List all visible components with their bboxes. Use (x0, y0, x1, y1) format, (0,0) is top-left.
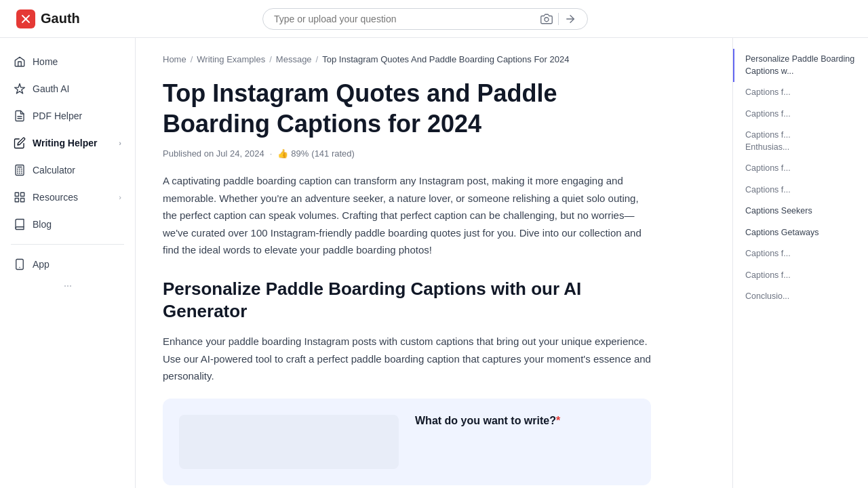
layout: Home Gauth AI PDF Helper Writing Helper (0, 38, 868, 488)
thumb-icon: 👍 (277, 148, 288, 159)
resources-chevron: › (119, 193, 121, 201)
breadcrumb-writing-examples[interactable]: Writing Examples (197, 54, 265, 64)
cta-label: What do you want to write?* (415, 415, 635, 427)
breadcrumb-sep-2: / (269, 54, 272, 64)
sidebar-label-calculator: Calculator (33, 165, 75, 176)
sidebar-label-app: App (33, 259, 50, 270)
sidebar-item-home[interactable]: Home (0, 49, 135, 75)
toc-item-captions-getaways[interactable]: Captions Getaways (733, 222, 868, 244)
svg-point-2 (545, 17, 549, 21)
rating-count: (141 rated) (311, 148, 355, 159)
sidebar-scroll-indicator: ⋯ (0, 279, 135, 293)
publish-date: Published on Jul 24, 2024 (163, 148, 264, 159)
content-inner: Home / Writing Examples / Message / Top … (136, 38, 678, 488)
meta-dot: · (270, 148, 273, 159)
pencil-icon (14, 137, 26, 149)
grid-icon (14, 191, 26, 203)
svg-rect-18 (21, 192, 24, 196)
svg-rect-21 (16, 260, 24, 270)
breadcrumb: Home / Writing Examples / Message / Top … (163, 54, 651, 64)
file-icon (14, 110, 26, 122)
sidebar-item-pdf-helper[interactable]: PDF Helper (0, 103, 135, 129)
home-icon (14, 56, 26, 68)
svg-rect-20 (21, 199, 24, 202)
sidebar-label-pdf-helper: PDF Helper (33, 110, 82, 121)
cta-illustration (179, 415, 399, 469)
sidebar-item-calculator[interactable]: Calculator (0, 157, 135, 183)
toc-item-captions-6[interactable]: Captions f... (733, 265, 868, 287)
sidebar-item-gauth-ai[interactable]: Gauth AI (0, 76, 135, 102)
sparkle-icon (14, 83, 26, 95)
section1-title: Personalize Paddle Boarding Captions wit… (163, 278, 651, 324)
header: Gauth (0, 0, 868, 38)
search-divider (558, 13, 559, 25)
sidebar-item-resources[interactable]: Resources › (0, 184, 135, 210)
toc-item-captions-2[interactable]: Captions f... (733, 104, 868, 125)
sidebar-label-resources: Resources (33, 192, 78, 203)
toc-item-captions-3[interactable]: Captions f... (733, 158, 868, 180)
toc-sidebar: Personalize Paddle Boarding Captions w..… (732, 38, 868, 488)
article-title: Top Instagram Quotes and Paddle Boarding… (163, 78, 651, 139)
toc-item-captions-4[interactable]: Captions f... (733, 180, 868, 201)
toc-item-personalize[interactable]: Personalize Paddle Boarding Captions w..… (733, 49, 868, 82)
search-submit-button[interactable] (564, 13, 576, 25)
cta-box: What do you want to write?* (163, 399, 651, 485)
toc-item-captions-5[interactable]: Captions f... (733, 243, 868, 265)
logo-icon (16, 9, 35, 28)
rating: 👍 89% (141 rated) (277, 148, 355, 159)
sidebar-label-home: Home (33, 56, 58, 67)
logo[interactable]: Gauth (16, 9, 80, 28)
section1-text: Enhance your paddle boarding Instagram p… (163, 333, 651, 385)
sidebar-label-gauth-ai: Gauth AI (33, 83, 69, 94)
breadcrumb-sep-1: / (191, 54, 193, 64)
rating-percent: 89% (291, 148, 309, 159)
writing-helper-chevron: › (119, 139, 121, 147)
svg-rect-17 (15, 192, 18, 196)
sidebar-label-writing-helper: Writing Helper (33, 138, 97, 148)
cta-asterisk: * (556, 415, 560, 426)
sidebar-item-writing-helper[interactable]: Writing Helper › (0, 130, 135, 156)
svg-rect-19 (15, 199, 18, 202)
toc-item-captions-seekers[interactable]: Captions Seekers (733, 201, 868, 222)
sidebar-label-blog: Blog (33, 219, 52, 230)
calculator-icon (14, 164, 26, 176)
toc-item-conclusion[interactable]: Conclusio... (733, 286, 868, 308)
toc-item-captions-1[interactable]: Captions f... (733, 82, 868, 104)
camera-button[interactable] (540, 13, 553, 25)
sidebar-divider (11, 244, 124, 245)
logo-text: Gauth (41, 11, 80, 26)
article-intro: A captivating paddle boarding caption ca… (163, 172, 651, 259)
book-icon (14, 218, 26, 230)
phone-icon (14, 258, 26, 270)
breadcrumb-message[interactable]: Message (276, 54, 312, 64)
search-input[interactable] (274, 14, 535, 24)
sidebar-item-app[interactable]: App (0, 251, 135, 277)
article-meta: Published on Jul 24, 2024 · 👍 89% (141 r… (163, 148, 651, 159)
breadcrumb-home[interactable]: Home (163, 54, 186, 64)
main-content: Home / Writing Examples / Message / Top … (136, 38, 732, 488)
breadcrumb-current: Top Instagram Quotes And Paddle Boarding… (322, 54, 569, 64)
breadcrumb-sep-3: / (316, 54, 319, 64)
cta-form: What do you want to write?* (415, 415, 635, 427)
sidebar: Home Gauth AI PDF Helper Writing Helper (0, 38, 136, 488)
sidebar-item-blog[interactable]: Blog (0, 211, 135, 237)
toc-item-captions-enthusiasts[interactable]: Captions f...Enthusias... (733, 125, 868, 158)
search-bar (262, 8, 588, 30)
